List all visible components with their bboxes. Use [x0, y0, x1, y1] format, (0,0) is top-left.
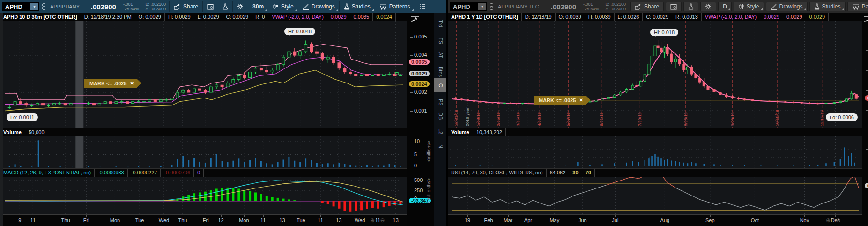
price-badge: 64.062	[865, 183, 868, 188]
axis-tick-label: 250	[410, 188, 423, 193]
axis-tick-label: 0.015	[866, 47, 868, 53]
chevron-down-icon[interactable]: ▼	[478, 3, 486, 10]
svg-text:9/20/19: 9/20/19	[730, 112, 735, 126]
volume-header-right: Volume 10,343,202	[448, 128, 862, 137]
patterns-button[interactable]: Patterns	[847, 2, 868, 11]
rsi-chart[interactable]	[448, 177, 863, 214]
time-axis-label: Feb	[484, 218, 493, 223]
patterns-button[interactable]: Patterns	[375, 1, 415, 12]
svg-text:11/15/19: 11/15/19	[820, 110, 824, 126]
quick-study-button[interactable]	[218, 1, 232, 12]
sidebar-tab-l2[interactable]: L2	[434, 124, 446, 138]
style-button[interactable]: Style	[734, 2, 764, 11]
time-axis-label: Sep	[705, 218, 715, 223]
chart-title: APHD 10 D 30m [OTC OTHER]	[0, 13, 81, 21]
lo-annotation: Lo: 0.0011	[7, 113, 38, 121]
axis-tick-label: 25	[866, 154, 868, 160]
candlestick-icon	[273, 3, 279, 10]
volume-header-left: Volume 50,000	[0, 128, 407, 137]
alert-mark-tag[interactable]: MARK <= .0025 ✕	[534, 96, 591, 105]
axis-tick-label: 50	[866, 146, 868, 151]
macd-chart[interactable]	[0, 177, 407, 214]
timeframe-button[interactable]: 30m	[248, 1, 268, 12]
timeframe-button[interactable]: D	[718, 2, 732, 11]
gadget-sidebar: TrdTSATBtnsCPSDBL2N	[434, 13, 446, 226]
symbol-value[interactable]: APHD	[450, 3, 478, 10]
drawings-button[interactable]: Drawings	[298, 1, 339, 12]
price-chart-left[interactable]: Hi: 0.0048 Lo: 0.0011 MARK <= .0025 ✕	[0, 21, 407, 128]
time-axis-label: Thu	[61, 218, 70, 223]
time-tick	[804, 215, 805, 217]
price-chart-right[interactable]: 12/21/181/18/192/15/193/15/194/18/195/17…	[448, 21, 863, 128]
share-icon	[174, 4, 181, 10]
rsi-header: RSI (14, 70, 30, CLOSE, WILDERS, no) 64.…	[448, 168, 862, 178]
axis-tick-label: 80	[866, 176, 868, 182]
time-tick	[835, 215, 836, 217]
chart-ohlc-header-left: APHD 10 D 30m [OTC OTHER] D: 12/18/19 2:…	[0, 13, 446, 22]
left-splitter[interactable]	[0, 13, 3, 226]
price-axis-right[interactable]: 0.020.0150.010.00500.00295025804064.062	[862, 13, 868, 226]
last-price: .002900	[87, 3, 120, 11]
svg-text:2019 year: 2019 year	[465, 107, 470, 126]
flask-icon	[688, 3, 694, 10]
axis-zoom-controls[interactable]: ⊕ ⊖	[370, 217, 386, 224]
studies-button[interactable]: Studies	[339, 1, 375, 12]
symbol-input[interactable]: APHD ▼	[2, 2, 39, 11]
volume-label: Volume	[0, 128, 25, 137]
style-button[interactable]: Style	[268, 1, 298, 12]
symbol-input[interactable]: APHD ▼	[450, 2, 487, 11]
time-tick	[66, 215, 66, 217]
time-axis-left[interactable]: 911ThuFriMonTueWedThuFri12Mon1113Tue1113…	[0, 214, 407, 226]
sidebar-tab-trd[interactable]: Trd	[434, 16, 446, 30]
chevron-down-icon[interactable]: ▼	[30, 3, 38, 10]
time-axis-label: Jul	[612, 218, 618, 223]
price-axis-left[interactable]: 0.0050.0040.0020.0010.00350.00290.002410…	[407, 13, 434, 226]
price-badge: 0.0029	[409, 71, 430, 76]
sidebar-tab-db[interactable]: DB	[434, 109, 446, 123]
sidebar-tab-btns[interactable]: Btns	[434, 65, 446, 79]
sidebar-tab-ps[interactable]: PS	[434, 95, 446, 109]
time-axis-right[interactable]: 19FebMarAprMayJunJulAugSepOctNovDec⊕ ⊖	[448, 214, 862, 226]
axis-zoom-controls[interactable]: ⊕ ⊖	[826, 217, 842, 224]
menu-button[interactable]	[415, 1, 430, 12]
studies-button[interactable]: Studies	[809, 2, 846, 11]
close-icon[interactable]: ✕	[579, 98, 583, 103]
share-button[interactable]: Share	[169, 1, 202, 12]
quick-study-button[interactable]	[683, 2, 698, 11]
calendar-button[interactable]	[666, 2, 682, 11]
share-button[interactable]: Share	[630, 2, 664, 11]
svg-text:3/15/19: 3/15/19	[516, 112, 520, 126]
symbol-value[interactable]: APHD	[2, 3, 30, 10]
axis-tick-label: 0	[410, 163, 417, 168]
svg-text:12/21/18: 12/21/18	[454, 110, 459, 126]
symbol-link-icon[interactable]	[489, 3, 494, 10]
close-icon[interactable]: ✕	[130, 81, 134, 86]
volume-chart-right[interactable]	[448, 136, 863, 168]
time-axis-label: Tue	[135, 218, 144, 223]
hi-annotation: Hi: 0.0048	[284, 28, 315, 35]
time-tick	[508, 215, 509, 217]
maximize-icon[interactable]	[410, 16, 420, 24]
drawings-button[interactable]: Drawings	[766, 2, 808, 11]
time-tick	[665, 215, 665, 217]
time-tick	[360, 215, 360, 217]
sidebar-tab-at[interactable]: AT	[434, 48, 446, 62]
calendar-button[interactable]	[202, 1, 218, 12]
sidebar-tab-c[interactable]: C	[434, 78, 446, 92]
time-tick	[263, 215, 264, 217]
time-axis-label: Wed	[355, 218, 365, 223]
symbol-link-icon[interactable]	[41, 3, 46, 10]
axis-tick-label: 0.01	[866, 67, 868, 73]
alert-mark-tag[interactable]: MARK <= .0025 ✕	[84, 79, 141, 88]
sidebar-tab-ts[interactable]: TS	[434, 34, 446, 48]
volume-chart-left[interactable]	[0, 136, 407, 168]
settings-button[interactable]	[700, 2, 716, 11]
macd-header: MACD (12, 26, 9, EXPONENTIAL, no) -0.000…	[0, 168, 407, 178]
svg-text:8/16/19: 8/16/19	[683, 112, 688, 126]
axis-tick-label: 0.005	[866, 87, 868, 93]
settings-button[interactable]	[232, 1, 248, 12]
axis-tick-label: 500	[410, 177, 423, 183]
svg-text:5/17/19: 5/17/19	[566, 112, 571, 126]
sidebar-tab-n[interactable]: N	[434, 139, 446, 153]
maximize-icon[interactable]	[864, 16, 868, 24]
